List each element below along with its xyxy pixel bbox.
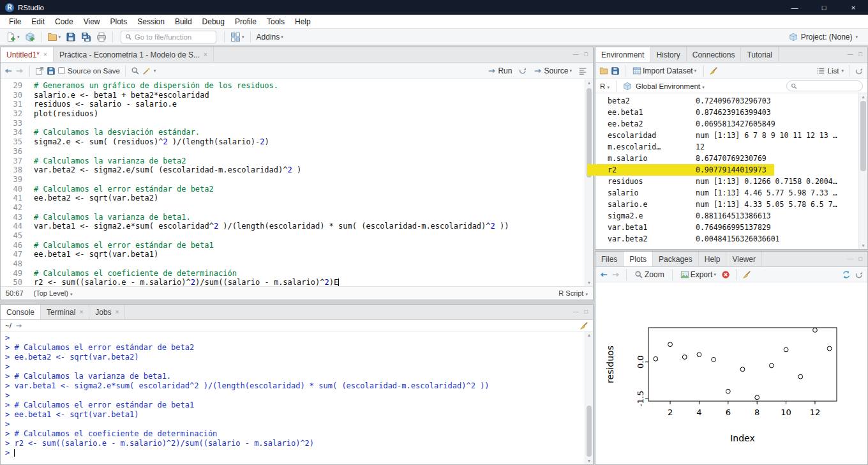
tab-help[interactable]: Help [699, 252, 727, 266]
tab-untitled1[interactable]: Untitled1* × [1, 47, 54, 62]
environment-scope-selector[interactable]: Global Environment ▾ [636, 82, 705, 90]
tab-practica-econometria[interactable]: Práctica - Econometría 1 - Modelo de S..… [54, 47, 214, 62]
back-icon[interactable] [4, 66, 13, 75]
env-row-var-beta2[interactable]: var.beta20.00484156326036601 [595, 233, 858, 245]
tab-history[interactable]: History [650, 47, 686, 62]
scroll-down-icon[interactable]: ▼ [859, 243, 867, 248]
scope-selector[interactable]: (Top Level) ▾ [34, 289, 73, 297]
minimize-pane-icon[interactable]: — [573, 52, 579, 57]
new-file-button[interactable]: ▾ [4, 31, 22, 43]
env-row-beta2[interactable]: beta20.724096703296703 [595, 95, 858, 107]
refresh-icon[interactable] [855, 66, 864, 75]
menu-code[interactable]: Code [50, 15, 79, 29]
tab-terminal[interactable]: Terminal× [41, 305, 89, 319]
code-tools-icon[interactable] [142, 66, 151, 75]
save-icon[interactable] [47, 66, 56, 75]
document-outline-icon[interactable] [578, 66, 587, 75]
publish-icon[interactable] [842, 270, 851, 279]
goto-directory-icon[interactable] [15, 322, 23, 330]
open-file-button[interactable]: ▾ [45, 31, 63, 43]
env-row-salario[interactable]: salarionum [1:13] 4.46 5.77 5.98 7.33 … [595, 187, 858, 199]
import-dataset-button[interactable]: Import Dataset ▾ [631, 65, 698, 77]
clear-plots-icon[interactable] [742, 270, 751, 279]
export-button[interactable]: Export ▾ [678, 269, 718, 280]
save-all-button[interactable] [79, 31, 93, 43]
code-editor[interactable]: 2930313233343536373839404142434445464748… [1, 79, 585, 286]
remove-plot-icon[interactable] [721, 270, 730, 279]
tab-files[interactable]: Files [595, 252, 624, 266]
env-row-m-salario[interactable]: m.salario8.67470769230769 [595, 153, 858, 164]
code-area[interactable]: # Generamos un gráfico de dispersión de … [29, 79, 585, 286]
clear-environment-icon[interactable] [709, 66, 718, 75]
editor-scrollbar[interactable]: ▲ ▼ [585, 79, 593, 286]
console-output[interactable]: >> # Calculamos el error estándar de bet… [1, 332, 585, 464]
source-on-save-checkbox[interactable] [58, 67, 65, 74]
menu-profile[interactable]: Profile [230, 15, 262, 29]
rerun-icon[interactable] [518, 66, 527, 75]
maximize-pane-icon[interactable]: □ [585, 309, 588, 315]
close-tab-icon[interactable]: × [79, 309, 83, 316]
tab-environment[interactable]: Environment [595, 47, 650, 62]
tab-tutorial[interactable]: Tutorial [741, 47, 779, 62]
close-tab-icon[interactable]: × [116, 309, 119, 316]
addins-button[interactable]: Addins ▾ [255, 31, 285, 43]
project-menu-button[interactable]: Project: (None) ▾ [789, 33, 864, 42]
scroll-up-icon[interactable]: ▲ [585, 80, 593, 85]
refresh-plot-icon[interactable] [855, 270, 864, 279]
forward-icon[interactable] [15, 66, 24, 75]
previous-plot-icon[interactable] [599, 270, 608, 279]
run-button[interactable]: Run [486, 65, 514, 77]
env-row-sigma2-e[interactable]: sigma2.e0.881164513386613 [595, 210, 858, 222]
workspace-panes-button[interactable]: ▾ [228, 31, 246, 43]
language-selector[interactable]: R ▾ [600, 82, 610, 90]
env-row-ee-beta2[interactable]: ee.beta20.0695813427605849 [595, 118, 858, 130]
scrollbar-thumb[interactable] [860, 101, 866, 171]
list-view-label[interactable]: List [828, 67, 839, 75]
zoom-button[interactable]: Zoom [632, 269, 666, 280]
environment-search-input[interactable] [800, 82, 858, 90]
minimize-pane-icon[interactable]: — [848, 52, 853, 57]
maximize-pane-icon[interactable]: □ [859, 52, 862, 57]
environment-search[interactable] [786, 80, 863, 91]
menu-file[interactable]: File [4, 15, 26, 29]
load-workspace-icon[interactable] [599, 66, 608, 75]
menu-session[interactable]: Session [132, 15, 170, 29]
scroll-up-icon[interactable]: ▲ [859, 95, 867, 99]
scroll-down-icon[interactable]: ▼ [585, 280, 593, 285]
tab-jobs[interactable]: Jobs× [89, 305, 125, 319]
maximize-pane-icon[interactable]: □ [859, 256, 862, 262]
env-row-salario-e[interactable]: salario.enum [1:13] 4.33 5.05 5.78 6.5 7… [595, 199, 858, 210]
save-button[interactable] [64, 31, 78, 43]
clear-console-icon[interactable] [580, 321, 588, 330]
print-button[interactable] [94, 31, 108, 43]
menu-view[interactable]: View [79, 15, 105, 29]
tab-plots[interactable]: Plots [624, 252, 653, 266]
menu-debug[interactable]: Debug [197, 15, 230, 29]
maximize-button[interactable]: □ [809, 0, 839, 15]
minimize-pane-icon[interactable]: — [573, 309, 579, 315]
open-in-window-icon[interactable] [35, 66, 44, 75]
menu-plots[interactable]: Plots [105, 15, 133, 29]
file-type-selector[interactable]: R Script ▾ [558, 289, 588, 297]
save-workspace-icon[interactable] [611, 66, 620, 75]
source-button[interactable]: Source ▾ [532, 65, 574, 77]
menu-build[interactable]: Build [170, 15, 197, 29]
menu-edit[interactable]: Edit [26, 15, 50, 29]
environment-scrollbar[interactable]: ▲ ▼ [858, 93, 867, 249]
env-row-m-escolarid-[interactable]: m.escolarid…12 [595, 141, 858, 153]
env-row-r2[interactable]: r20.90779144019973 [595, 164, 858, 176]
minimize-button[interactable]: — [780, 0, 809, 15]
maximize-pane-icon[interactable]: □ [585, 52, 588, 57]
env-row-ee-beta1[interactable]: ee.beta10.874623916399403 [595, 107, 858, 118]
scroll-down-icon[interactable]: ▼ [585, 459, 593, 463]
menu-tools[interactable]: Tools [262, 15, 290, 29]
tab-packages[interactable]: Packages [653, 252, 699, 266]
goto-file-input[interactable] [135, 33, 212, 41]
minimize-pane-icon[interactable]: — [848, 256, 853, 262]
next-plot-icon[interactable] [611, 270, 620, 279]
console-scrollbar[interactable]: ▲ ▼ [585, 332, 593, 464]
close-tab-icon[interactable]: × [43, 51, 47, 58]
close-tab-icon[interactable]: × [204, 51, 207, 58]
env-row-var-beta1[interactable]: var.beta10.764966995137829 [595, 222, 858, 233]
env-row-escolaridad[interactable]: escolaridadnum [1:13] 6 7 8 9 10 11 12 1… [595, 130, 858, 141]
